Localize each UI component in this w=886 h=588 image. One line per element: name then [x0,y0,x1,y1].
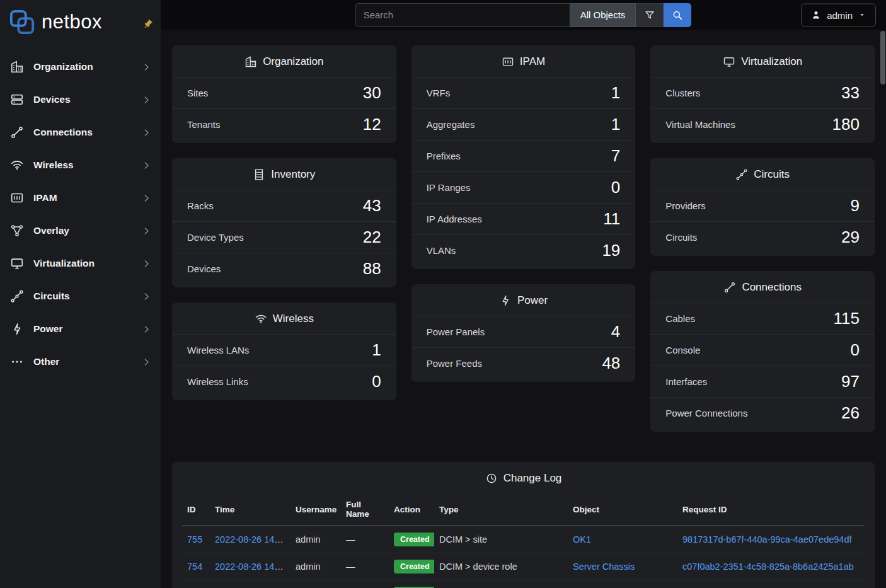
stat-label-vrfs[interactable]: VRFs [427,88,451,98]
stat-value-power-connections[interactable]: 26 [841,403,860,423]
changelog-request-id-link[interactable]: 9817317d-b67f-440a-99ca-4ae07ede94df [682,534,851,545]
stat-label-ip-ranges[interactable]: IP Ranges [427,182,471,193]
card-title-text: Power [517,294,548,307]
changelog-request-id-link[interactable]: c07f0ab2-2351-4c58-825a-8b6a2425a1ab [682,562,854,572]
stat-value-ip-ranges[interactable]: 0 [611,178,620,197]
stat-value-power-feeds[interactable]: 48 [602,354,620,373]
stat-label-racks[interactable]: Racks [187,200,214,211]
organization-card: Organization Sites 30 Tenants 12 [172,45,396,143]
brand[interactable]: netbox [0,0,161,40]
filter-button[interactable] [636,3,664,27]
stat-label-cables[interactable]: Cables [665,313,695,324]
changelog-full-name: — [346,534,355,545]
sidebar-item-power[interactable]: Power [0,313,161,345]
stat-label-power-connections[interactable]: Power Connections [665,408,747,418]
stat-row: Prefixes 7 [411,140,636,171]
stat-label-wireless-lans[interactable]: Wireless LANs [187,345,249,355]
stat-label-providers[interactable]: Providers [665,200,705,211]
sidebar-item-virtualization[interactable]: Virtualization [0,247,161,280]
server-icon [10,93,24,107]
stat-value-devices[interactable]: 88 [363,259,381,279]
stat-row: Power Connections 26 [650,397,875,429]
stat-label-ip-addresses[interactable]: IP Addresses [427,214,482,224]
search-button[interactable] [664,3,691,27]
changelog-id-link[interactable]: 755 [187,534,202,545]
sidebar-item-circuits[interactable]: Circuits [0,280,161,313]
stat-label-prefixes[interactable]: Prefixes [427,151,461,161]
stat-label-circuits[interactable]: Circuits [665,232,697,243]
stat-label-console[interactable]: Console [665,345,700,355]
col-header-object: Object [568,493,677,526]
stat-value-virtual-machines[interactable]: 180 [832,115,860,134]
stat-value-power-panels[interactable]: 4 [611,322,620,342]
stat-label-virtual-machines[interactable]: Virtual Machines [665,119,735,130]
changelog-id-link[interactable]: 754 [187,562,202,572]
history-icon [485,472,498,485]
changelog-card-title: Change Log [172,462,875,493]
wifi-icon [255,313,267,325]
sidebar-item-ipam[interactable]: IPAM [0,182,161,214]
changelog-time-link[interactable]: 2022-08-26 14:22 [215,534,287,545]
user-menu-button[interactable]: admin [801,3,876,26]
stat-value-racks[interactable]: 43 [363,196,381,216]
stat-value-clusters[interactable]: 33 [841,83,860,103]
stat-value-aggregates[interactable]: 1 [611,115,620,134]
stat-value-wireless-lans[interactable]: 1 [372,340,381,360]
col-header-request-id: Request ID [677,493,865,526]
stat-label-device-types[interactable]: Device Types [187,232,244,243]
stat-value-tenants[interactable]: 12 [363,115,381,134]
sidebar-item-overlay[interactable]: Overlay [0,214,161,247]
stat-value-providers[interactable]: 9 [851,196,860,216]
search-input[interactable] [355,3,570,27]
power-card: Power Power Panels 4 Power Feeds 48 [411,284,636,382]
stat-value-device-types[interactable]: 22 [363,228,381,247]
stat-value-vrfs[interactable]: 1 [611,83,620,103]
stat-label-sites[interactable]: Sites [187,88,208,98]
circuits-card-title: Circuits [650,158,875,190]
stat-value-interfaces[interactable]: 97 [841,372,860,391]
stat-label-aggregates[interactable]: Aggregates [427,119,475,130]
stat-label-wireless-links[interactable]: Wireless Links [187,376,248,387]
sidebar-item-organization[interactable]: Organization [0,50,161,83]
stat-label-power-panels[interactable]: Power Panels [427,326,485,337]
stat-value-wireless-links[interactable]: 0 [372,372,381,391]
virtualization-card: Virtualization Clusters 33 Virtual Machi… [650,45,875,143]
stat-value-ip-addresses[interactable]: 11 [603,209,620,229]
stat-value-prefixes[interactable]: 7 [611,146,620,166]
stat-row: Clusters 33 [650,77,875,108]
stat-label-tenants[interactable]: Tenants [187,119,221,130]
stat-label-clusters[interactable]: Clusters [665,88,700,98]
sidebar-item-wireless[interactable]: Wireless [0,149,161,182]
stat-value-vlans[interactable]: 19 [602,241,620,260]
stat-value-console[interactable]: 0 [851,340,860,360]
changelog-time-link[interactable]: 2022-08-26 14:17 [215,562,287,572]
search-group: All Objects [355,3,692,27]
stat-value-sites[interactable]: 30 [363,83,381,103]
stat-row: IP Ranges 0 [411,171,636,203]
stat-label-vlans[interactable]: VLANs [427,245,456,256]
dashboard-content: Organization Sites 30 Tenants 12 [161,30,886,588]
transit-icon [735,168,748,181]
sidebar-item-label: Other [33,356,59,367]
stat-label-interfaces[interactable]: Interfaces [665,376,707,387]
scrollbar[interactable] [880,0,885,588]
lightning-bolt-icon [499,294,512,307]
stat-value-cables[interactable]: 115 [834,309,860,328]
scrollbar-thumb[interactable] [880,31,885,84]
stat-row: Cables 115 [650,303,875,334]
ipam-card-title: IPAM [411,45,636,77]
card-title-text: Wireless [273,313,314,325]
stat-label-power-feeds[interactable]: Power Feeds [427,358,482,369]
building-icon [10,60,24,74]
stat-label-devices[interactable]: Devices [187,263,221,274]
sidebar-item-other[interactable]: Other [0,345,161,378]
filter-icon [644,9,655,21]
stat-value-circuits[interactable]: 29 [841,228,860,247]
changelog-object-link[interactable]: Server Chassis [573,562,635,572]
changelog-object-link[interactable]: OK1 [573,534,591,545]
object-type-button[interactable]: All Objects [570,3,636,27]
stat-row: Wireless LANs 1 [172,334,396,366]
sidebar-item-devices[interactable]: Devices [0,83,161,116]
table-row: 754 2022-08-26 14:17 admin — Created DCI… [182,553,865,580]
sidebar-item-connections[interactable]: Connections [0,116,161,149]
